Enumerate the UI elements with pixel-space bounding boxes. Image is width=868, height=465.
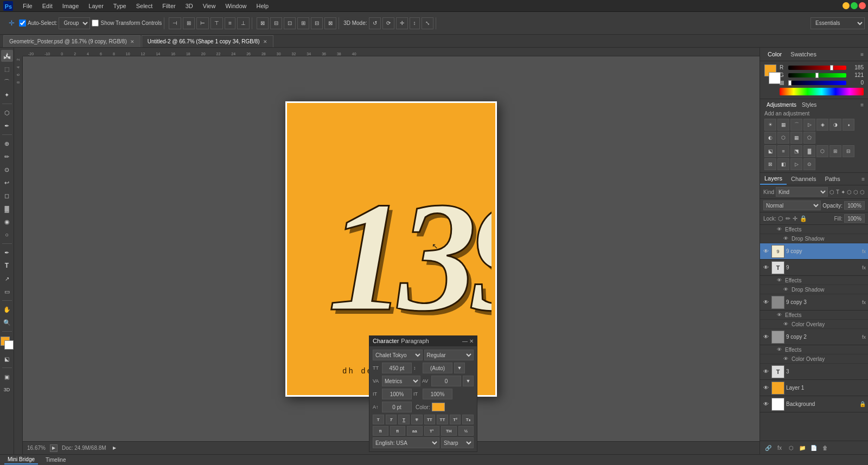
vibrance-adj-icon[interactable]: ◈ [816, 119, 828, 131]
dist-3-btn[interactable]: ⊡ [284, 17, 296, 29]
link-layers-btn[interactable]: 🔗 [763, 443, 773, 453]
leading-down-btn[interactable]: ▼ [454, 363, 465, 373]
char-minimize-btn[interactable]: — [462, 338, 468, 344]
fill-input[interactable] [844, 214, 865, 223]
fmt-superscript-btn[interactable]: T² [450, 415, 461, 424]
baseline-input[interactable] [382, 402, 412, 412]
hand-tool[interactable]: ✋ [1, 303, 13, 315]
brush-tool[interactable]: ✏ [1, 151, 13, 163]
align-mid-btn[interactable]: ≡ [225, 17, 235, 29]
filter-btn-5[interactable]: ⬡ [860, 189, 865, 195]
layer-3[interactable]: 👁 T 3 [760, 364, 868, 380]
fmt-t1-btn[interactable]: T¹ [424, 426, 440, 436]
adj-9[interactable]: ⊞ [829, 145, 841, 157]
leading-input[interactable] [423, 363, 452, 373]
blend-mode-select[interactable]: Normal Dissolve Multiply Screen Overlay [763, 201, 821, 210]
filter-btn-1[interactable]: T [836, 189, 839, 195]
opacity-input[interactable] [844, 201, 865, 210]
green-thumb[interactable] [815, 73, 819, 78]
color-panel-menu[interactable]: ≡ [860, 51, 864, 57]
tab-close-0[interactable]: ✕ [130, 39, 135, 44]
tab-untitled-2[interactable]: Untitled-2 @ 66.7% (Shape 1 copy 34, RGB… [142, 35, 273, 47]
filter-kind-select[interactable]: Kind [776, 187, 828, 197]
selective-adj-icon[interactable]: ⬡ [816, 145, 828, 157]
fmt-th-btn[interactable]: TH [441, 426, 457, 436]
status-arrow[interactable]: ▶ [111, 444, 118, 452]
brightness-adj-icon[interactable]: ☀ [764, 119, 776, 131]
pen-tool[interactable]: ✒ [1, 247, 13, 259]
layers-panel-menu[interactable]: ≡ [858, 174, 868, 184]
fmt-fl-btn[interactable]: ﬂ [390, 426, 406, 436]
align-right-btn[interactable]: ⊢ [196, 17, 209, 29]
colorbalance-adj-icon[interactable]: ⬧ [843, 119, 854, 131]
3d-pan-btn[interactable]: ✛ [396, 17, 408, 29]
menu-3d[interactable]: 3D [181, 2, 197, 10]
dist-5-btn[interactable]: ⊟ [311, 17, 323, 29]
fmt-subscript-btn[interactable]: T₂ [462, 415, 474, 424]
language-select[interactable]: English: USA [373, 437, 439, 448]
curves-adj-icon[interactable]: ⌒ [790, 119, 802, 131]
menu-filter[interactable]: Filter [158, 2, 180, 10]
3d-slide-btn[interactable]: ↕ [410, 17, 420, 29]
layer-background-visibility[interactable]: 👁 [762, 401, 770, 408]
layer-9[interactable]: 👁 T 9 fx [760, 260, 868, 276]
scale-h-input[interactable] [382, 389, 412, 399]
layer-9-copy[interactable]: 👁 9 9 copy fx [760, 243, 868, 260]
tab-geometric-poster[interactable]: Geometric_Poster.psd @ 16.7% (9 copy, RG… [3, 35, 141, 47]
color-tab-btn[interactable]: Color [764, 50, 785, 59]
menu-edit[interactable]: Edit [38, 2, 57, 10]
red-thumb[interactable] [830, 65, 833, 70]
kerning-input[interactable] [431, 376, 461, 386]
menu-window[interactable]: Window [221, 2, 251, 10]
drop-shadow-eye-top[interactable]: 👁 [782, 235, 789, 242]
3d-scale-btn[interactable]: ⤡ [422, 17, 433, 29]
3d-roll-btn[interactable]: ⟳ [382, 17, 394, 29]
3d-rotate-btn[interactable]: ↺ [369, 17, 381, 29]
layer-9-visibility[interactable]: 👁 [762, 264, 770, 272]
font-size-input[interactable]: 450 pt [382, 363, 412, 373]
lasso-tool[interactable]: ⌒ [1, 76, 13, 88]
levels-adj-icon[interactable]: ▦ [777, 119, 789, 131]
align-top-btn[interactable]: ⊤ [210, 17, 223, 29]
move-tool[interactable] [1, 50, 13, 62]
lock-position-icon[interactable]: ✛ [793, 215, 797, 222]
kerning-down-btn[interactable]: ▼ [463, 376, 474, 386]
photofilter-adj-icon[interactable]: ⬡ [777, 132, 789, 144]
layer-1-visibility[interactable]: 👁 [762, 384, 770, 392]
invert-adj-icon[interactable]: ⬕ [764, 145, 776, 157]
filter-toggle[interactable]: ⬡ [829, 189, 834, 195]
scale-v-input[interactable] [423, 389, 452, 399]
layer-9copy2-coloroverlay-eye[interactable]: 👁 [782, 355, 789, 363]
transform-controls-checkbox[interactable] [92, 20, 99, 27]
menu-file[interactable]: File [18, 2, 37, 10]
3d-btn[interactable]: 3D [1, 384, 13, 396]
fmt-frac-btn[interactable]: ½ [458, 426, 474, 436]
dist-h-btn[interactable]: ⊠ [257, 17, 269, 29]
healing-tool[interactable]: ⊕ [1, 138, 13, 150]
gradient-tool[interactable]: ▓ [1, 203, 13, 215]
layer-9copy3-coloroverlay-eye[interactable]: 👁 [782, 320, 789, 328]
layer-9-copy-2-fx[interactable]: fx [862, 334, 866, 340]
auto-select-dropdown[interactable]: Group [59, 17, 90, 29]
add-style-btn[interactable]: fx [775, 443, 784, 453]
layer-9-fx[interactable]: fx [862, 265, 866, 270]
crop-tool[interactable]: ⬡ [1, 107, 13, 119]
channelmix-adj-icon[interactable]: ▦ [790, 132, 802, 144]
fmt-underline-btn[interactable]: T [398, 415, 410, 424]
effects-eye-top[interactable]: 👁 [775, 225, 783, 233]
layer-9copy2-effects-eye[interactable]: 👁 [775, 346, 783, 353]
adj-13[interactable]: ▷ [790, 158, 802, 170]
fmt-fi-btn[interactable]: ﬁ [373, 426, 388, 436]
workspace-dropdown[interactable]: Essentials [810, 17, 865, 29]
red-slider[interactable] [788, 66, 846, 70]
lock-transparent-icon[interactable]: ⬡ [778, 215, 783, 222]
bw-adj-icon[interactable]: ◐ [764, 132, 776, 144]
dodge-tool[interactable]: ○ [1, 229, 13, 241]
layer-9-copy-3[interactable]: 👁 9 copy 3 fx [760, 294, 868, 311]
add-mask-btn[interactable]: ⬡ [786, 443, 796, 453]
new-layer-btn[interactable]: 📄 [809, 443, 819, 453]
green-slider[interactable] [788, 73, 846, 78]
tab-close-1[interactable]: ✕ [263, 39, 267, 44]
maximize-button[interactable] [851, 2, 858, 9]
blue-thumb[interactable] [788, 80, 792, 86]
